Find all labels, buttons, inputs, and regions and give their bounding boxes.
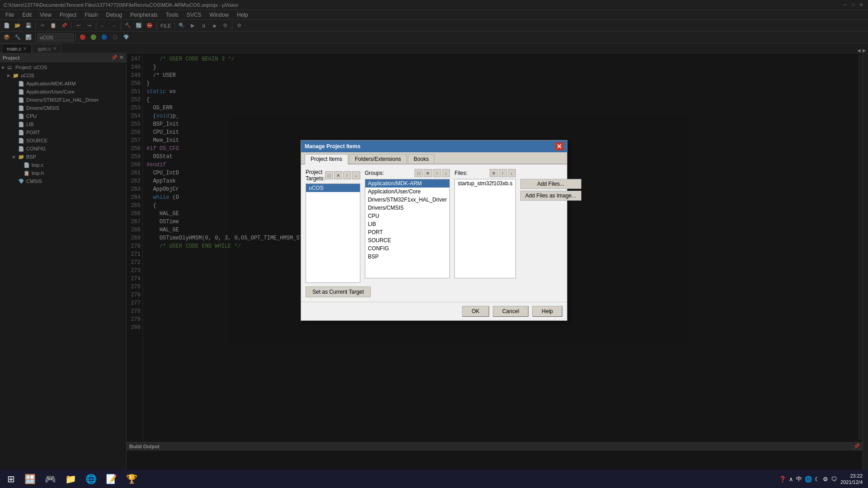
group-item[interactable]: PORT xyxy=(365,228,450,236)
targets-up-btn[interactable]: ↑ xyxy=(343,171,351,179)
target-item-ucos[interactable]: uCOS xyxy=(306,184,360,192)
dialog-tabs: Project Items Folders/Extensions Books xyxy=(301,152,567,164)
set-target-btn[interactable]: Set as Current Target xyxy=(306,286,371,297)
dialog-body: Project Targets: □ ✕ ↑ ↓ uCOS xyxy=(301,164,567,302)
systray-lang[interactable]: 中 xyxy=(796,475,802,483)
group-item[interactable]: BSP xyxy=(365,253,450,261)
systray-chat[interactable]: 🗨 xyxy=(831,476,837,483)
tab-books[interactable]: Books xyxy=(408,154,434,164)
start-btn[interactable]: ⊞ xyxy=(2,470,20,488)
systray-settings2[interactable]: ⚙ xyxy=(823,476,828,483)
systray: ❓ ∧ 中 🌐 ☾ ⚙ 🗨 xyxy=(779,475,837,483)
taskbar-app-2[interactable]: 📁 xyxy=(61,471,80,487)
right-btns: Add Files... Add Files as Image... xyxy=(520,169,581,283)
targets-label: Project Targets: xyxy=(306,169,325,182)
dialog-title: Manage Project Items xyxy=(305,143,360,150)
groups-dn-btn[interactable]: ↓ xyxy=(442,169,450,177)
taskbar-app-4[interactable]: 📝 xyxy=(102,471,121,487)
systray-moon[interactable]: ☾ xyxy=(815,476,820,483)
targets-listbox[interactable]: uCOS xyxy=(306,183,360,283)
dialog-footer: OK Cancel Help xyxy=(301,302,567,320)
files-listbox[interactable]: startup_stm32f103xb.s xyxy=(454,179,515,278)
dialog-columns: Project Targets: □ ✕ ↑ ↓ uCOS xyxy=(306,169,562,283)
systray-help[interactable]: ❓ xyxy=(779,476,786,483)
taskbar-right: ❓ ∧ 中 🌐 ☾ ⚙ 🗨 23:22 2021/12/4 xyxy=(775,473,866,486)
taskbar-date: 2021/12/4 xyxy=(840,479,863,485)
group-item[interactable]: Drivers/STM32F1xx_HAL_Driver xyxy=(365,196,450,204)
dialog-bottom-row: Set as Current Target xyxy=(306,286,562,297)
files-toolbar: ✕ ↑ ↓ xyxy=(490,169,516,177)
systray-arrow[interactable]: ∧ xyxy=(789,476,793,483)
taskbar-time: 23:22 xyxy=(840,473,863,479)
groups-new-btn[interactable]: □ xyxy=(415,169,423,177)
group-item[interactable]: SOURCE xyxy=(365,236,450,244)
taskbar-app-5[interactable]: 🏆 xyxy=(123,471,141,487)
files-dn-btn[interactable]: ↓ xyxy=(508,169,516,177)
help-btn[interactable]: Help xyxy=(532,306,562,317)
cancel-btn[interactable]: Cancel xyxy=(493,306,528,317)
dialog-title-bar: Manage Project Items ✕ xyxy=(301,141,567,152)
groups-header: Groups: □ ✕ ↑ ↓ xyxy=(365,169,450,177)
taskbar-app-0[interactable]: 🪟 xyxy=(21,471,39,487)
file-item[interactable]: startup_stm32f103xb.s xyxy=(455,179,515,188)
targets-col: Project Targets: □ ✕ ↑ ↓ uCOS xyxy=(306,169,360,283)
add-files-btn[interactable]: Add Files... xyxy=(520,179,581,189)
targets-dn-btn[interactable]: ↓ xyxy=(352,171,360,179)
files-up-btn[interactable]: ↑ xyxy=(499,169,507,177)
group-item[interactable]: LIB xyxy=(365,220,450,228)
ok-btn[interactable]: OK xyxy=(462,306,489,317)
files-label: Files: xyxy=(454,170,467,176)
group-item[interactable]: CONFIG xyxy=(365,244,450,253)
dialog-close-btn[interactable]: ✕ xyxy=(555,142,563,150)
group-item[interactable]: Application/User/Core xyxy=(365,188,450,196)
groups-label: Groups: xyxy=(365,170,384,176)
manage-dialog: Manage Project Items ✕ Project Items Fol… xyxy=(301,140,567,321)
taskbar: ⊞ 🪟 🎮 📁 🌐 📝 🏆 ❓ ∧ 中 🌐 ☾ ⚙ 🗨 23:22 2021/1… xyxy=(0,470,868,488)
tab-project-items[interactable]: Project Items xyxy=(305,154,348,164)
taskbar-app-1[interactable]: 🎮 xyxy=(41,471,60,487)
targets-new-btn[interactable]: □ xyxy=(325,171,333,179)
systray-keyboard[interactable]: 🌐 xyxy=(805,476,812,483)
groups-del-btn[interactable]: ✕ xyxy=(424,169,432,177)
taskbar-app-3[interactable]: 🌐 xyxy=(82,471,100,487)
targets-toolbar: □ ✕ ↑ ↓ xyxy=(325,171,360,179)
groups-toolbar: □ ✕ ↑ ↓ xyxy=(415,169,450,177)
group-item[interactable]: CPU xyxy=(365,212,450,220)
group-item[interactable]: Application/MDK-ARM xyxy=(365,179,450,188)
group-item[interactable]: Drivers/CMSIS xyxy=(365,204,450,212)
targets-header: Project Targets: □ ✕ ↑ ↓ xyxy=(306,169,360,182)
dialog-overlay: Manage Project Items ✕ Project Items Fol… xyxy=(0,0,868,488)
add-files-image-btn[interactable]: Add Files as Image... xyxy=(520,191,581,201)
files-del-btn[interactable]: ✕ xyxy=(490,169,498,177)
groups-listbox[interactable]: Application/MDK-ARMApplication/User/Core… xyxy=(365,179,450,278)
groups-col: Groups: □ ✕ ↑ ↓ Application/MDK-ARMAppli… xyxy=(365,169,450,283)
targets-del-btn[interactable]: ✕ xyxy=(334,171,342,179)
groups-up-btn[interactable]: ↑ xyxy=(433,169,441,177)
taskbar-clock[interactable]: 23:22 2021/12/4 xyxy=(840,473,863,486)
tab-folders-extensions[interactable]: Folders/Extensions xyxy=(349,154,407,164)
files-col: Files: ✕ ↑ ↓ startup_stm32f103xb.s xyxy=(454,169,515,283)
files-header: Files: ✕ ↑ ↓ xyxy=(454,169,515,177)
